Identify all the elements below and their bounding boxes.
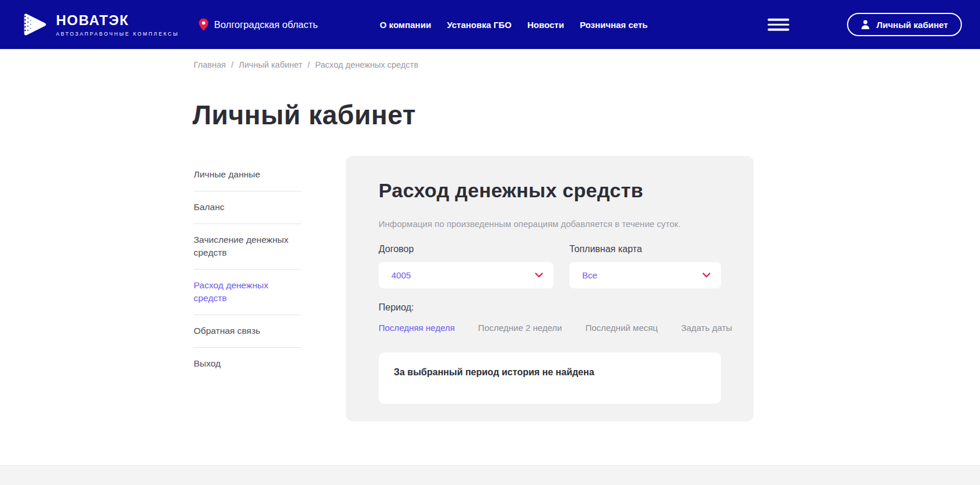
nav-item-news[interactable]: Новости bbox=[527, 20, 564, 30]
fuel-card-label: Топливная карта bbox=[569, 244, 721, 254]
period-option-last-2-weeks[interactable]: Последние 2 недели bbox=[478, 323, 562, 333]
chevron-down-icon bbox=[702, 273, 710, 278]
account-button[interactable]: Личный кабинет bbox=[847, 13, 962, 36]
contract-value: 4005 bbox=[391, 270, 411, 280]
fuel-card-field: Топливная карта Все bbox=[569, 244, 721, 288]
filters-row: Договор 4005 Топливная карта Все bbox=[379, 244, 721, 288]
top-header: НОВАТЭК АВТОЗАПРАВОЧНЫЕ КОМПЛЕКСЫ Волгог… bbox=[0, 0, 980, 49]
account-sidebar: Личные данные Баланс Зачисление денежных… bbox=[194, 159, 301, 380]
sidebar-item-feedback[interactable]: Обратная связь bbox=[194, 315, 301, 348]
footer-strip bbox=[0, 465, 980, 485]
region-label: Волгоградская область bbox=[214, 19, 318, 30]
nav-item-retail[interactable]: Розничная сеть bbox=[580, 20, 648, 30]
sidebar-item-deposit[interactable]: Зачисление денежных средств bbox=[194, 224, 301, 270]
history-empty-message: За выбранный период история не найдена bbox=[394, 367, 706, 378]
breadcrumb-separator: / bbox=[307, 60, 310, 69]
nav-item-about[interactable]: О компании bbox=[380, 20, 431, 30]
region-selector[interactable]: Волгоградская область bbox=[199, 19, 318, 31]
logo[interactable]: НОВАТЭК АВТОЗАПРАВОЧНЫЕ КОМПЛЕКСЫ bbox=[20, 10, 179, 39]
period-option-last-month[interactable]: Последний месяц bbox=[585, 323, 657, 333]
period-option-last-week[interactable]: Последняя неделя bbox=[379, 323, 455, 333]
breadcrumb-account[interactable]: Личный кабинет bbox=[239, 60, 302, 69]
panel-title: Расход денежных средств bbox=[379, 179, 721, 202]
user-icon bbox=[861, 20, 870, 29]
breadcrumb-home[interactable]: Главная bbox=[194, 60, 226, 69]
main-nav: О компании Установка ГБО Новости Розничн… bbox=[380, 20, 648, 30]
period-options: Последняя неделя Последние 2 недели Посл… bbox=[379, 323, 721, 333]
history-empty-card: За выбранный период история не найдена bbox=[379, 353, 721, 404]
location-pin-icon bbox=[199, 19, 208, 31]
panel-note: Информация по произведенным операциям до… bbox=[379, 219, 721, 229]
breadcrumb: Главная / Личный кабинет / Расход денежн… bbox=[194, 60, 418, 69]
account-button-label: Личный кабинет bbox=[876, 20, 948, 30]
nav-item-gbo[interactable]: Установка ГБО bbox=[447, 20, 512, 30]
spending-panel: Расход денежных средств Информация по пр… bbox=[346, 156, 754, 421]
period-label: Период: bbox=[379, 302, 721, 313]
sidebar-item-spending[interactable]: Расход денежных средств bbox=[194, 270, 301, 315]
menu-icon[interactable] bbox=[768, 19, 789, 31]
fuel-card-select[interactable]: Все bbox=[569, 262, 721, 288]
breadcrumb-separator: / bbox=[231, 60, 233, 69]
contract-select[interactable]: 4005 bbox=[379, 262, 554, 288]
sidebar-item-balance[interactable]: Баланс bbox=[194, 191, 301, 224]
breadcrumb-current: Расход денежных средств bbox=[315, 60, 418, 69]
contract-field: Договор 4005 bbox=[379, 244, 554, 288]
period-option-custom-dates[interactable]: Задать даты bbox=[681, 323, 732, 333]
contract-label: Договор bbox=[379, 244, 554, 254]
chevron-down-icon bbox=[535, 273, 543, 278]
fuel-card-value: Все bbox=[582, 270, 597, 280]
logo-mark-icon bbox=[20, 10, 49, 39]
page-title: Личный кабинет bbox=[192, 99, 416, 131]
logo-title: НОВАТЭК bbox=[56, 12, 179, 29]
logo-subtitle: АВТОЗАПРАВОЧНЫЕ КОМПЛЕКСЫ bbox=[56, 31, 179, 37]
sidebar-item-logout[interactable]: Выход bbox=[194, 348, 301, 380]
sidebar-item-personal-data[interactable]: Личные данные bbox=[194, 159, 301, 191]
